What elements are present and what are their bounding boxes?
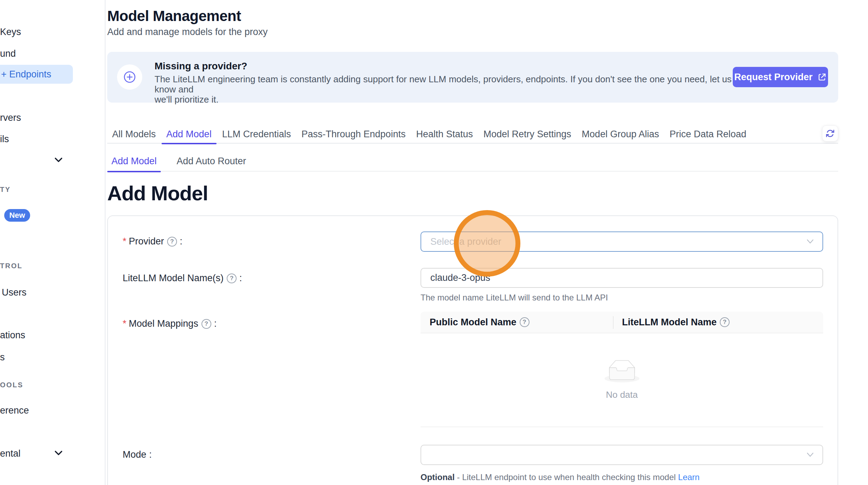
question-circle-icon: ? [227, 273, 237, 283]
chevron-down-icon[interactable] [54, 157, 63, 163]
sidebar-item-ils[interactable]: ils [0, 133, 9, 145]
mode-helper: Optional - LiteLLM endpoint to use when … [421, 472, 699, 482]
column-header-label: LiteLLM Model Name [622, 317, 717, 328]
new-badge: New [4, 209, 30, 222]
add-model-subtabs: Add Model Add Auto Router [107, 151, 838, 172]
column-divider [613, 316, 614, 329]
label-colon: : [180, 236, 183, 247]
sidebar-item-users[interactable]: Users [2, 287, 27, 298]
sidebar-section-header: TY [0, 185, 11, 194]
mode-label-text: Mode [123, 449, 146, 460]
main-content: Model Management Add and manage models f… [107, 0, 838, 485]
column-header-public-model-name: Public Model Name ? [421, 317, 613, 328]
provider-label-text: Provider [129, 236, 164, 247]
model-management-tabs: All Models Add Model LLM Credentials Pas… [107, 125, 838, 144]
question-circle-icon: ? [167, 237, 177, 247]
provider-select[interactable]: Select a provider [421, 231, 823, 252]
tab-model-group-alias[interactable]: Model Group Alias [577, 125, 664, 144]
required-mark: * [123, 236, 127, 247]
sidebar-item-organizations[interactable]: ations [0, 330, 25, 341]
new-badge-label: New [9, 211, 25, 220]
page-subtitle: Add and manage models for the proxy [107, 27, 268, 37]
sidebar-item-s[interactable]: s [0, 352, 5, 363]
label-colon: : [239, 273, 242, 284]
sidebar-item-reference[interactable]: erence [0, 405, 29, 416]
litellm-admin-screen: Keys und + Endpoints rvers ils TY New TR… [0, 0, 868, 485]
circle-plus-icon [117, 64, 142, 90]
tab-pass-through-endpoints[interactable]: Pass-Through Endpoints [296, 125, 410, 144]
sidebar-section-header: OOLS [0, 381, 23, 389]
tab-health-status[interactable]: Health Status [411, 125, 478, 144]
no-data-text: No data [606, 389, 638, 400]
model-mappings-label: * Model Mappings ? : [123, 318, 217, 329]
chevron-down-icon [806, 452, 814, 457]
add-model-form-card: * Provider ? : Select a provider LiteLLM… [107, 215, 838, 485]
tab-llm-credentials[interactable]: LLM Credentials [217, 125, 296, 144]
column-header-label: Public Model Name [430, 317, 517, 328]
provider-select-placeholder: Select a provider [430, 236, 501, 247]
tab-model-retry-settings[interactable]: Model Retry Settings [479, 125, 576, 144]
banner-description-line1: The LiteLLM engineering team is constant… [155, 74, 733, 95]
subtab-add-model[interactable]: Add Model [107, 151, 161, 172]
model-name-label-text: LiteLLM Model Name(s) [123, 273, 224, 284]
tab-add-model[interactable]: Add Model [162, 125, 217, 144]
tab-all-models[interactable]: All Models [107, 125, 161, 144]
mode-select[interactable] [421, 445, 823, 465]
model-name-label: LiteLLM Model Name(s) ? : [123, 273, 242, 284]
chevron-down-icon[interactable] [54, 450, 63, 456]
chevron-down-icon [806, 239, 814, 244]
table-empty-state: No data [421, 333, 823, 427]
banner-title: Missing a provider? [155, 60, 733, 72]
mode-helper-text: - LiteLLM endpoint to use when health ch… [454, 472, 678, 482]
external-link-icon [818, 72, 827, 82]
learn-link[interactable]: Learn [678, 472, 699, 482]
question-circle-icon: ? [520, 317, 529, 327]
request-provider-button[interactable]: Request Provider [733, 67, 828, 87]
subtab-add-auto-router[interactable]: Add Auto Router [172, 151, 250, 172]
inbox-icon [604, 360, 640, 382]
sidebar-item-servers[interactable]: rvers [0, 112, 21, 123]
sidebar-section-header: TROL [0, 262, 22, 270]
sidebar-item-models-endpoints[interactable]: + Endpoints [0, 65, 73, 84]
table-header-row: Public Model Name ? LiteLLM Model Name ? [421, 312, 823, 333]
sidebar-item-label: + Endpoints [1, 69, 51, 80]
mode-label: Mode : [123, 449, 152, 460]
sidebar-item-experimental[interactable]: ental [0, 448, 21, 459]
question-circle-icon: ? [201, 319, 211, 329]
question-circle-icon: ? [720, 317, 730, 327]
model-name-input[interactable] [421, 268, 823, 288]
sidebar: Keys und + Endpoints rvers ils TY New TR… [0, 0, 105, 485]
column-header-litellm-model-name: LiteLLM Model Name ? [613, 317, 823, 328]
missing-provider-banner: Missing a provider? The LiteLLM engineer… [107, 52, 838, 103]
page-title: Model Management [107, 8, 241, 25]
label-colon: : [149, 449, 152, 460]
required-mark: * [123, 318, 127, 329]
provider-label: * Provider ? : [123, 236, 183, 247]
label-colon: : [214, 318, 217, 329]
model-mappings-label-text: Model Mappings [129, 318, 198, 329]
banner-description-line2: we'll prioritize it. [155, 95, 733, 105]
refresh-icon [826, 129, 835, 138]
request-provider-label: Request Provider [734, 72, 813, 83]
tab-price-data-reload[interactable]: Price Data Reload [665, 125, 751, 144]
model-name-helper: The model name LiteLLM will send to the … [421, 293, 608, 303]
sidebar-item-keys[interactable]: Keys [0, 26, 21, 37]
model-mappings-table: Public Model Name ? LiteLLM Model Name ? [421, 312, 823, 427]
mode-helper-optional: Optional [421, 472, 454, 482]
refresh-button[interactable] [822, 125, 838, 141]
add-model-heading: Add Model [107, 181, 208, 205]
sidebar-item-playground[interactable]: und [0, 48, 16, 59]
